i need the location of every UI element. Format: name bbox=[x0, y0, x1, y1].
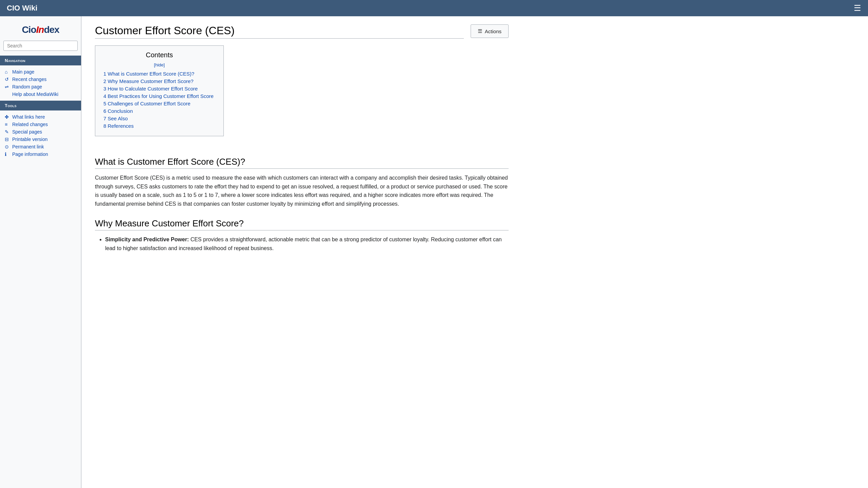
contents-link-1[interactable]: 1 What is Customer Effort Score (CES)? bbox=[103, 71, 194, 77]
list-item: ✎ Special pages bbox=[0, 128, 81, 136]
page-layout: CioIndex Navigation ⌂ Main page ↺ Recent… bbox=[0, 16, 868, 488]
recent-changes-icon: ↺ bbox=[5, 77, 10, 82]
nav-list: ⌂ Main page ↺ Recent changes ⇌ Random pa… bbox=[0, 67, 81, 101]
list-item: ⊙ Permanent link bbox=[0, 143, 81, 150]
contents-item-2: 2 Why Measure Customer Effort Score? bbox=[103, 78, 194, 84]
actions-menu-icon: ☰ bbox=[478, 28, 482, 34]
printable-version-label: Printable version bbox=[12, 137, 47, 142]
permanent-link-label: Permanent link bbox=[12, 144, 44, 149]
actions-button[interactable]: ☰ Actions bbox=[471, 24, 509, 38]
main-page-link[interactable]: ⌂ Main page bbox=[5, 69, 76, 75]
permanent-link-icon: ⊙ bbox=[5, 144, 10, 149]
list-item: ≡ Related changes bbox=[0, 121, 81, 128]
page-title: Customer Effort Score (CES) bbox=[95, 24, 464, 39]
list-item: 4 Best Practices for Using Customer Effo… bbox=[103, 93, 215, 99]
search-box[interactable] bbox=[3, 41, 78, 51]
list-item: 5 Challenges of Customer Effort Score bbox=[103, 101, 215, 107]
permanent-link-link[interactable]: ⊙ Permanent link bbox=[5, 144, 76, 149]
site-header: CIO Wiki ☰ bbox=[0, 0, 868, 16]
list-item: Simplicity and Predictive Power: CES pro… bbox=[105, 235, 509, 252]
contents-item-1: 1 What is Customer Effort Score (CES)? bbox=[103, 71, 194, 77]
list-item: 2 Why Measure Customer Effort Score? bbox=[103, 78, 215, 84]
special-pages-label: Special pages bbox=[12, 129, 42, 135]
print-icon: ⊟ bbox=[5, 137, 10, 142]
special-pages-icon: ✎ bbox=[5, 129, 10, 135]
section-heading-2: Why Measure Customer Effort Score? bbox=[95, 218, 509, 230]
page-information-link[interactable]: ℹ Page information bbox=[5, 151, 76, 157]
list-item: 8 References bbox=[103, 123, 215, 129]
contents-link-4[interactable]: 4 Best Practices for Using Customer Effo… bbox=[103, 93, 214, 99]
help-mediawiki-label: Help about MediaWiki bbox=[12, 92, 58, 97]
hamburger-menu-icon[interactable]: ☰ bbox=[854, 3, 861, 13]
main-page-label: Main page bbox=[12, 69, 34, 75]
info-icon: ℹ bbox=[5, 151, 10, 157]
what-links-here-label: What links here bbox=[12, 114, 45, 120]
contents-item-3: 3 How to Calculate Customer Effort Score bbox=[103, 86, 198, 92]
main-content: Customer Effort Score (CES) ☰ Actions Co… bbox=[81, 16, 522, 488]
tools-list: ✤ What links here ≡ Related changes ✎ Sp… bbox=[0, 112, 81, 161]
logo-dex: dex bbox=[44, 24, 59, 35]
contents-title: Contents bbox=[103, 51, 215, 59]
random-page-link[interactable]: ⇌ Random page bbox=[5, 84, 76, 89]
what-links-here-link[interactable]: ✤ What links here bbox=[5, 114, 76, 120]
site-title: CIO Wiki bbox=[7, 4, 37, 13]
contents-link-7[interactable]: 7 See Also bbox=[103, 116, 128, 121]
help-mediawiki-link[interactable]: Help about MediaWiki bbox=[5, 92, 76, 97]
what-links-icon: ✤ bbox=[5, 114, 10, 120]
related-changes-icon: ≡ bbox=[5, 122, 10, 127]
nav-section-header: Navigation bbox=[0, 56, 81, 65]
list-item: ✤ What links here bbox=[0, 113, 81, 121]
contents-link-8[interactable]: 8 References bbox=[103, 123, 134, 129]
section-heading-1: What is Customer Effort Score (CES)? bbox=[95, 157, 509, 169]
contents-hide-toggle[interactable]: [hide] bbox=[103, 62, 215, 67]
list-item-bold: Simplicity and Predictive Power: bbox=[105, 237, 189, 242]
list-item: ⊟ Printable version bbox=[0, 136, 81, 143]
page-header-row: Customer Effort Score (CES) ☰ Actions bbox=[95, 24, 509, 39]
special-pages-link[interactable]: ✎ Special pages bbox=[5, 129, 76, 135]
sidebar-logo: CioIndex bbox=[0, 21, 81, 41]
contents-item-7: 7 See Also bbox=[103, 116, 128, 121]
recent-changes-link[interactable]: ↺ Recent changes bbox=[5, 77, 76, 82]
contents-link-6[interactable]: 6 Conclusion bbox=[103, 108, 133, 114]
contents-item-6: 6 Conclusion bbox=[103, 108, 133, 114]
actions-label: Actions bbox=[485, 28, 501, 34]
contents-link-5[interactable]: 5 Challenges of Customer Effort Score bbox=[103, 101, 191, 106]
page-information-label: Page information bbox=[12, 151, 48, 157]
list-item: 3 How to Calculate Customer Effort Score bbox=[103, 86, 215, 92]
printable-version-link[interactable]: ⊟ Printable version bbox=[5, 137, 76, 142]
related-changes-link[interactable]: ≡ Related changes bbox=[5, 122, 76, 127]
logo-in: In bbox=[36, 24, 44, 35]
random-page-icon: ⇌ bbox=[5, 84, 10, 89]
related-changes-label: Related changes bbox=[12, 122, 48, 127]
contents-link-2[interactable]: 2 Why Measure Customer Effort Score? bbox=[103, 78, 194, 84]
contents-box: Contents [hide] 1 What is Customer Effor… bbox=[95, 45, 224, 136]
list-item: ↺ Recent changes bbox=[0, 76, 81, 83]
search-input[interactable] bbox=[3, 41, 78, 51]
random-page-label: Random page bbox=[12, 84, 42, 89]
list-item: ℹ Page information bbox=[0, 150, 81, 158]
list-item: 6 Conclusion bbox=[103, 108, 215, 114]
section-2-list: Simplicity and Predictive Power: CES pro… bbox=[95, 235, 509, 252]
contents-list: 1 What is Customer Effort Score (CES)? 2… bbox=[103, 71, 215, 129]
recent-changes-label: Recent changes bbox=[12, 77, 46, 82]
contents-link-3[interactable]: 3 How to Calculate Customer Effort Score bbox=[103, 86, 198, 92]
section-1-paragraph: Customer Effort Score (CES) is a metric … bbox=[95, 174, 509, 208]
list-item: ⇌ Random page bbox=[0, 83, 81, 90]
list-item: 1 What is Customer Effort Score (CES)? bbox=[103, 71, 215, 77]
logo-text: CioIndex bbox=[22, 24, 59, 35]
contents-item-4: 4 Best Practices for Using Customer Effo… bbox=[103, 93, 214, 99]
list-item: 7 See Also bbox=[103, 116, 215, 122]
list-item: Help about MediaWiki bbox=[0, 90, 81, 98]
home-icon: ⌂ bbox=[5, 69, 10, 75]
contents-item-8: 8 References bbox=[103, 123, 134, 129]
logo-cio: Cio bbox=[22, 24, 36, 35]
list-item: ⌂ Main page bbox=[0, 68, 81, 76]
sidebar: CioIndex Navigation ⌂ Main page ↺ Recent… bbox=[0, 16, 81, 488]
contents-item-5: 5 Challenges of Customer Effort Score bbox=[103, 101, 191, 106]
tools-section-header: Tools bbox=[0, 101, 81, 110]
